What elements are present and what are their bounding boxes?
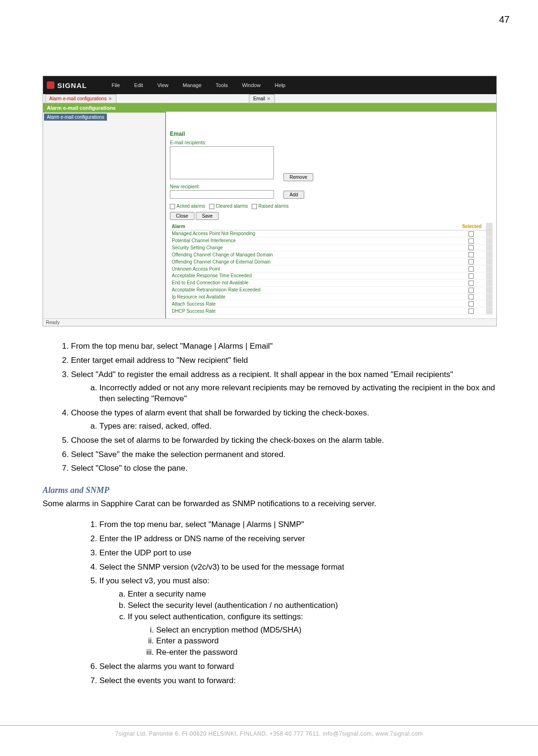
menu-edit[interactable]: Edit	[134, 82, 143, 88]
close-icon[interactable]: ✕	[108, 97, 112, 101]
checkbox-raised[interactable]	[252, 204, 257, 209]
table-row[interactable]: Managed Access Point Not Responding	[170, 230, 493, 237]
app-name: SIGNAL	[57, 81, 87, 89]
alarm-cell: Potential Channel Interference	[170, 237, 458, 244]
snmp-step-3: Enter the UDP port to use	[99, 547, 495, 559]
selected-cell	[458, 293, 486, 300]
alarm-cell: Offending Channel Change of Managed Doma…	[170, 251, 458, 258]
app-titlebar: SIGNAL File Edit View Manage Tools Windo…	[43, 76, 496, 94]
menu-file[interactable]: File	[112, 82, 120, 88]
snmp-5c-i: Select an encryption method (MD5/SHA)	[156, 624, 495, 636]
scrollbar[interactable]	[486, 223, 493, 230]
step-4: Choose the types of alarm event that sha…	[71, 407, 495, 432]
alarm-cell: End to End Connection not Available	[170, 279, 458, 286]
menu-view[interactable]: View	[157, 82, 168, 88]
alarm-checkbox[interactable]	[468, 294, 474, 299]
alarm-checkbox[interactable]	[468, 238, 474, 244]
alarm-cell: Acceptable Response Time Exceeded	[170, 273, 458, 280]
menu-window[interactable]: Window	[242, 82, 260, 88]
snmp-steps-list: From the top menu bar, select "Manage | …	[99, 519, 495, 686]
tab-email[interactable]: Email ✕	[249, 94, 275, 103]
table-row[interactable]: Acceptable Retransmision Rate Exceeded	[170, 286, 493, 293]
remove-button[interactable]: Remove	[283, 173, 313, 181]
table-row[interactable]: Unknown Access Point	[170, 265, 493, 273]
table-row[interactable]: Potential Channel Interference	[170, 237, 493, 244]
new-recipient-label: New recipient:	[170, 184, 274, 189]
alarm-checkbox[interactable]	[468, 266, 474, 272]
menu-tools[interactable]: Tools	[216, 82, 228, 88]
table-row[interactable]: End to End Connection not Available	[170, 279, 493, 286]
step-4-text: Choose the types of alarm event that sha…	[71, 408, 369, 417]
step-1: From the top menu bar, select "Manage | …	[71, 341, 495, 352]
menu-help[interactable]: Help	[275, 82, 286, 88]
side-header: Alarm e-mail configurations	[43, 103, 165, 113]
app-logo-icon	[47, 81, 54, 89]
snmp-5c-ii: Enter a password	[156, 635, 495, 647]
step-7: Select "Close" to close the pane.	[71, 463, 495, 474]
close-icon[interactable]: ✕	[267, 97, 271, 101]
table-row[interactable]: Acceptable Response Time Exceeded	[170, 273, 493, 280]
col-alarm[interactable]: Alarm	[170, 223, 458, 230]
scroll-cell	[486, 279, 493, 286]
alarm-checkbox[interactable]	[468, 273, 474, 279]
alarm-checkbox[interactable]	[468, 301, 474, 307]
alarm-cell: Unknown Access Point	[170, 265, 458, 273]
section-title: Email	[170, 131, 493, 137]
new-recipient-input[interactable]	[170, 190, 274, 199]
selected-cell	[458, 237, 486, 244]
tab-alarm-config[interactable]: Alarm e-mail configurations ✕	[45, 94, 116, 103]
save-button[interactable]: Save	[196, 212, 219, 220]
step-5: Choose the set of alarms to be forwarded…	[71, 435, 495, 446]
step-3: Select "Add" to register the email addre…	[71, 369, 495, 404]
step-4a: Types are: raised, acked, offed.	[99, 421, 495, 432]
scroll-cell	[486, 265, 493, 273]
alarm-checkbox[interactable]	[468, 231, 474, 237]
email-steps-list: From the top menu bar, select "Manage | …	[71, 341, 495, 474]
scroll-cell	[486, 300, 493, 308]
table-row[interactable]: Offending Channel Change of External Dom…	[170, 258, 493, 265]
scroll-cell	[486, 230, 493, 237]
table-row[interactable]: Security Setting Change	[170, 244, 493, 251]
tree-item[interactable]: Alarm e-mail configurations	[44, 114, 107, 121]
alarm-checkbox[interactable]	[468, 281, 474, 286]
alarm-cell: Attach Success Rate	[170, 300, 458, 308]
snmp-intro: Some alarms in Sapphire Carat can be for…	[43, 498, 495, 510]
menu-bar: File Edit View Manage Tools Window Help	[93, 82, 286, 88]
step-6: Select "Save" the make the selection per…	[71, 449, 495, 460]
selected-cell	[458, 279, 486, 286]
snmp-step-1: From the top menu bar, select "Manage | …	[99, 519, 495, 530]
checkbox-acked[interactable]	[170, 204, 175, 209]
alarm-type-checkboxes: Acked alarms Cleared alarms Raised alarm…	[170, 203, 493, 209]
app-logo: SIGNAL	[47, 81, 93, 89]
add-button[interactable]: Add	[283, 191, 304, 199]
snmp-step-5: If you select v3, you must also: Enter a…	[99, 575, 495, 658]
right-panel: Email E-mail recipients: Remove New reci…	[166, 103, 496, 318]
menu-manage[interactable]: Manage	[183, 82, 202, 88]
selected-cell	[458, 308, 486, 315]
snmp-step-7: Select the events you want to forward:	[99, 675, 495, 686]
selected-cell	[458, 265, 486, 273]
chk-acked-label: Acked alarms	[176, 203, 205, 209]
chk-cleared-label: Cleared alarms	[216, 203, 248, 209]
close-button[interactable]: Close	[170, 212, 194, 220]
app-screenshot: SIGNAL File Edit View Manage Tools Windo…	[43, 76, 497, 326]
scroll-cell	[486, 244, 493, 251]
alarm-checkbox[interactable]	[468, 245, 474, 250]
scroll-cell	[486, 251, 493, 258]
checkbox-cleared[interactable]	[209, 204, 214, 209]
page-footer: 7signal Ltd, Panuntie 6, FI-00620 HELSIN…	[0, 725, 538, 737]
snmp-step-2: Enter the IP address or DNS name of the …	[99, 533, 495, 545]
col-selected[interactable]: Selected	[458, 223, 486, 230]
table-row[interactable]: Attach Success Rate	[170, 300, 493, 308]
table-row[interactable]: Offending Channel Change of Managed Doma…	[170, 251, 493, 258]
table-row[interactable]: DHCP Success Rate	[170, 308, 493, 315]
alarm-checkbox[interactable]	[468, 259, 474, 264]
recipients-listbox[interactable]	[170, 146, 274, 179]
selected-cell	[458, 251, 486, 258]
alarm-checkbox[interactable]	[468, 252, 474, 257]
alarm-checkbox[interactable]	[468, 288, 474, 293]
snmp-step-6: Select the alarms you want to forward	[99, 661, 495, 672]
snmp-step-4: Select the SNMP version (v2c/v3) to be u…	[99, 562, 495, 573]
alarm-checkbox[interactable]	[468, 308, 474, 314]
table-row[interactable]: Ip Resource not Available	[170, 293, 493, 300]
